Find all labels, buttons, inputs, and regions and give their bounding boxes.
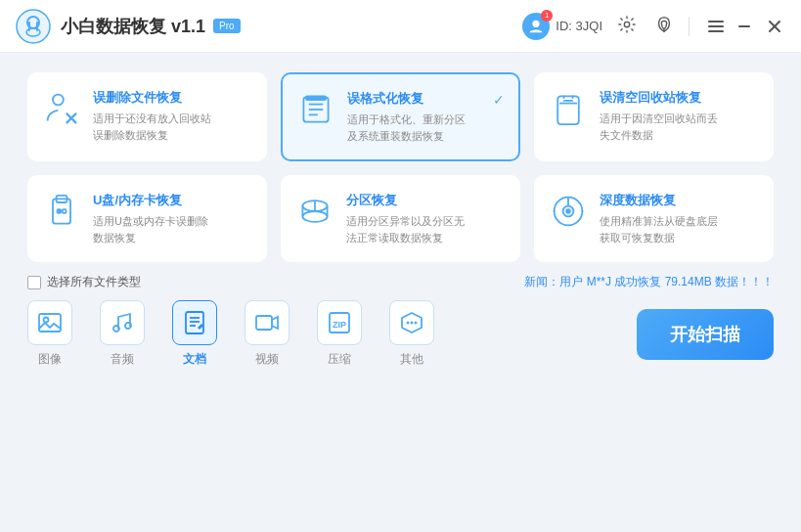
card-recycle[interactable]: 误清空回收站恢复 适用于因清空回收站而丢失文件数据 <box>534 72 774 161</box>
svg-point-13 <box>53 95 64 106</box>
svg-point-34 <box>44 318 49 323</box>
minimize-button[interactable] <box>734 16 756 37</box>
card-format[interactable]: 误格式化恢复 适用于格式化、重新分区及系统重装数据恢复 ✓ <box>281 72 520 161</box>
svg-rect-10 <box>738 25 750 27</box>
recovery-grid: 误删除文件恢复 适用于还没有放入回收站误删除数据恢复 误格式化恢复 适用于格式化… <box>27 72 774 262</box>
svg-rect-41 <box>256 316 272 330</box>
card-delete[interactable]: 误删除文件恢复 适用于还没有放入回收站误删除数据恢复 <box>27 72 267 161</box>
format-icon <box>296 90 335 129</box>
card-deep-info: 深度数据恢复 使用精准算法从硬盘底层获取可恢复数据 <box>600 192 759 245</box>
video-label: 视频 <box>255 351 279 368</box>
svg-rect-8 <box>708 25 724 27</box>
user-section: 1 ID: 3JQI <box>522 13 602 40</box>
udisk-icon <box>42 192 81 231</box>
card-partition[interactable]: 分区恢复 适用分区异常以及分区无法正常读取数据恢复 <box>281 175 520 262</box>
svg-rect-23 <box>58 209 62 213</box>
svg-rect-33 <box>39 314 61 332</box>
fingerprint-icon[interactable] <box>651 12 677 41</box>
svg-rect-9 <box>708 30 724 32</box>
filetype-zip[interactable]: ZIP 压缩 <box>317 300 362 368</box>
card-udisk-info: U盘/内存卡恢复 适用U盘或内存卡误删除数据恢复 <box>93 192 252 245</box>
svg-text:ZIP: ZIP <box>333 320 346 330</box>
select-all-row: 选择所有文件类型 新闻：用户 M**J 成功恢复 79.14MB 数据！！！ <box>27 274 774 290</box>
audio-label: 音频 <box>111 351 134 368</box>
card-udisk-desc: 适用U盘或内存卡误删除数据恢复 <box>93 213 252 245</box>
titlebar-right: 1 ID: 3JQI <box>522 12 785 41</box>
other-label: 其他 <box>400 351 423 368</box>
filetype-row: 图像 音频 <box>27 300 774 368</box>
other-icon <box>389 300 434 345</box>
card-recycle-desc: 适用于因清空回收站而丢失文件数据 <box>600 111 759 143</box>
svg-point-0 <box>17 10 50 43</box>
filetype-image[interactable]: 图像 <box>27 300 72 368</box>
card-recycle-info: 误清空回收站恢复 适用于因清空回收站而丢失文件数据 <box>600 89 759 143</box>
image-label: 图像 <box>38 351 62 368</box>
card-udisk-title: U盘/内存卡恢复 <box>93 192 252 209</box>
image-icon <box>27 300 72 345</box>
main-content: 误删除文件恢复 适用于还没有放入回收站误删除数据恢复 误格式化恢复 适用于格式化… <box>0 53 801 532</box>
card-format-title: 误格式化恢复 <box>347 90 481 108</box>
video-icon <box>245 300 289 345</box>
title-divider <box>689 17 690 36</box>
scan-button[interactable]: 开始扫描 <box>637 309 774 360</box>
svg-point-28 <box>302 211 327 222</box>
svg-point-31 <box>566 209 570 213</box>
svg-rect-37 <box>186 312 203 333</box>
select-all-checkbox[interactable] <box>27 276 41 289</box>
bottom-section: 选择所有文件类型 新闻：用户 M**J 成功恢复 79.14MB 数据！！！ 图… <box>27 274 774 516</box>
news-text: 新闻：用户 M**J 成功恢复 79.14MB 数据！！！ <box>524 274 774 290</box>
filetype-doc[interactable]: 文档 <box>172 300 217 368</box>
card-partition-title: 分区恢复 <box>346 192 506 209</box>
card-udisk[interactable]: U盘/内存卡恢复 适用U盘或内存卡误删除数据恢复 <box>27 175 267 262</box>
filetype-video[interactable]: 视频 <box>245 300 289 368</box>
titlebar: 小白数据恢复 v1.1 Pro 1 ID: 3JQI <box>0 0 801 53</box>
zip-icon: ZIP <box>317 300 362 345</box>
card-delete-title: 误删除文件恢复 <box>93 89 252 107</box>
card-format-desc: 适用于格式化、重新分区及系统重装数据恢复 <box>347 111 481 144</box>
card-partition-desc: 适用分区异常以及分区无法正常读取数据恢复 <box>346 213 506 245</box>
select-all-label: 选择所有文件类型 <box>47 274 141 290</box>
audio-icon <box>100 300 145 345</box>
card-delete-desc: 适用于还没有放入回收站误删除数据恢复 <box>93 111 252 143</box>
deep-icon <box>549 192 588 231</box>
notification-badge: 1 <box>541 10 553 22</box>
card-recycle-title: 误清空回收站恢复 <box>600 89 759 107</box>
doc-icon <box>172 300 217 345</box>
card-deep-desc: 使用精准算法从硬盘底层获取可恢复数据 <box>600 213 759 245</box>
app-title: 小白数据恢复 v1.1 <box>61 15 205 38</box>
app-logo <box>16 9 51 44</box>
menu-button[interactable] <box>705 16 727 37</box>
card-format-info: 误格式化恢复 适用于格式化、重新分区及系统重装数据恢复 <box>347 90 481 144</box>
window-controls <box>705 16 785 37</box>
avatar: 1 <box>522 13 550 40</box>
card-deep[interactable]: 深度数据恢复 使用精准算法从硬盘底层获取可恢复数据 <box>534 175 774 262</box>
delete-icon <box>42 89 81 128</box>
svg-rect-7 <box>708 21 724 22</box>
svg-rect-20 <box>305 96 327 101</box>
close-button[interactable] <box>764 16 785 37</box>
recycle-icon <box>549 89 588 128</box>
filetype-audio[interactable]: 音频 <box>100 300 145 368</box>
zip-label: 压缩 <box>328 351 351 368</box>
user-id: ID: 3JQI <box>556 19 602 33</box>
pro-badge: Pro <box>213 19 241 33</box>
svg-rect-24 <box>63 209 67 213</box>
card-deep-title: 深度数据恢复 <box>600 192 759 209</box>
filetype-items: 图像 音频 <box>27 300 434 368</box>
svg-point-36 <box>125 323 131 329</box>
svg-point-6 <box>624 22 629 26</box>
doc-label: 文档 <box>183 351 206 368</box>
card-delete-info: 误删除文件恢复 适用于还没有放入回收站误删除数据恢复 <box>93 89 252 143</box>
card-partition-info: 分区恢复 适用分区异常以及分区无法正常读取数据恢复 <box>346 192 506 245</box>
filetype-other[interactable]: 其他 <box>389 300 434 368</box>
select-all-control[interactable]: 选择所有文件类型 <box>27 274 141 290</box>
partition-icon <box>295 192 334 231</box>
settings-icon[interactable] <box>614 12 640 41</box>
svg-point-5 <box>533 20 540 26</box>
format-check-icon: ✓ <box>493 92 505 108</box>
